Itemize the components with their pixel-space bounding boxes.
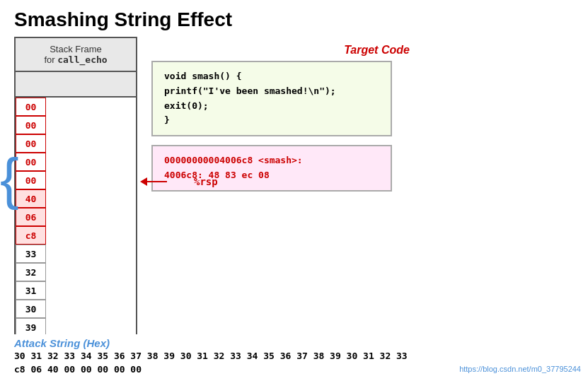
code-line: printf("I've been smashed!\n"); <box>164 84 379 99</box>
watermark: https://blog.csdn.net/m0_37795244 <box>459 365 581 373</box>
right-panel: Target Code void smash() { printf("I've … <box>151 37 574 376</box>
page-title: Smashing String Effect <box>0 0 588 37</box>
code-line: exit(0); <box>164 99 379 114</box>
brace-icon: { <box>0 151 19 207</box>
code-line: void smash() { <box>164 69 379 84</box>
code-box: void smash() { printf("I've been smashed… <box>151 61 392 136</box>
table-row: 33323130 <box>15 245 137 318</box>
stack-table: Stack Frame for call_echo 00 00 00 00 00… <box>14 37 137 376</box>
attack-label: Attack String (Hex) <box>0 334 588 349</box>
stack-header: Stack Frame for call_echo <box>15 37 137 71</box>
table-row: 00 40 06 c8 <box>15 171 137 245</box>
table-row: 00 00 00 00 <box>15 97 137 171</box>
rsp-indicator: %rsp <box>140 176 218 187</box>
rsp-label: %rsp <box>194 176 218 187</box>
attack-hex-line1: 30 31 32 33 34 35 36 37 38 39 30 31 32 3… <box>0 349 588 363</box>
smash-line1: 00000000004006c8 <smash>: <box>164 153 379 168</box>
target-code-section: Target Code void smash() { printf("I've … <box>151 44 574 136</box>
stack-frame: { Stack Frame for call_echo 00 00 00 <box>14 37 137 376</box>
code-line: } <box>164 113 379 128</box>
target-code-label: Target Code <box>344 44 410 57</box>
